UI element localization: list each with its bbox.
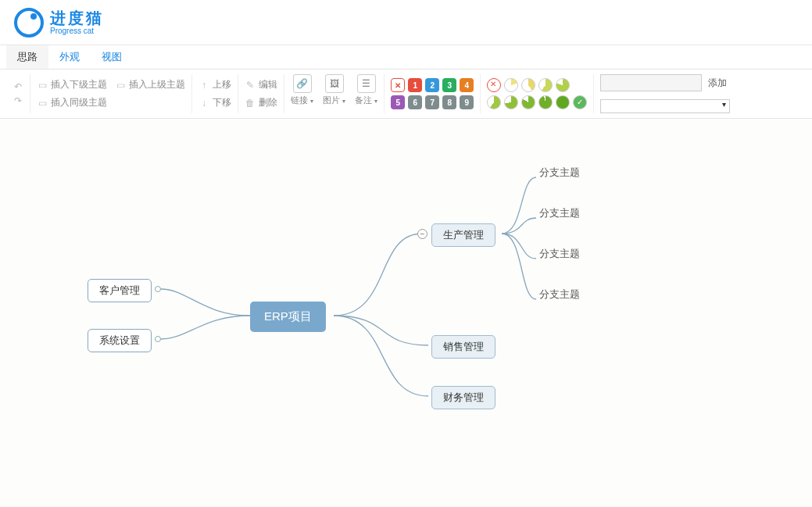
priority-badge-9[interactable]: 9 [460,95,474,109]
resource-input[interactable] [600,74,702,91]
undo-icon: ↶ [13,81,23,92]
collapse-toggle[interactable]: − [417,229,427,239]
progress-row-top [487,78,587,92]
move-down-button[interactable]: ↓下移 [199,96,231,109]
leaf-0[interactable]: 分支主题 [539,166,580,180]
resource-dropdown[interactable] [600,99,730,113]
progress-dot[interactable] [556,78,570,92]
toolbar: ↶ ↷ ▭插入下级主题 ▭插入上级主题 ▭插入同级主题 ↑上移 ↓下移 ✎编辑 … [0,70,812,119]
delete-button[interactable]: 🗑删除 [245,96,277,109]
insert-sibling-button[interactable]: ▭插入同级主题 [37,96,185,109]
progress-dot[interactable] [504,78,518,92]
tab-appearance[interactable]: 外观 [48,45,91,69]
leaf-1[interactable]: 分支主题 [539,206,580,220]
priority-clear[interactable]: ✕ [391,78,405,92]
node-left-1[interactable]: 系统设置 [88,329,152,352]
priority-row-top: ✕1234 [391,78,474,92]
edit-icon: ✎ [245,80,256,91]
app-name-cn: 进度猫 [50,9,104,27]
progress-dot[interactable] [521,95,535,109]
insert-child-button[interactable]: ▭插入下级主题 [37,78,107,91]
edit-button[interactable]: ✎编辑 [245,78,277,91]
image-icon: 🖼 [325,74,344,93]
redo-icon: ↷ [13,95,23,106]
node-right-2[interactable]: 财务管理 [431,386,495,409]
link-icon: 🔗 [293,74,312,93]
tab-view[interactable]: 视图 [91,45,133,69]
progress-dot[interactable] [504,95,518,109]
logo-icon [14,8,44,37]
trash-icon: 🗑 [245,98,256,109]
tab-ideas[interactable]: 思路 [6,45,48,69]
connector-dot [155,286,161,292]
link-button[interactable]: 🔗 链接 ▾ [291,74,313,106]
redo-button[interactable]: ↷ [13,95,23,106]
progress-dot[interactable] [538,78,553,92]
priority-badge-5[interactable]: 5 [391,95,405,109]
undo-button[interactable]: ↶ [13,81,23,92]
edges [0,119,812,507]
progress-clear[interactable] [487,78,501,92]
priority-badge-3[interactable]: 3 [442,78,456,92]
leaf-2[interactable]: 分支主题 [539,247,580,261]
main-tabs: 思路 外观 视图 [0,45,812,70]
app-name-en: Progress cat [50,27,104,35]
leaf-3[interactable]: 分支主题 [539,287,580,302]
move-up-button[interactable]: ↑上移 [199,78,231,91]
priority-badge-8[interactable]: 8 [442,95,456,109]
node-root[interactable]: ERP项目 [250,302,326,332]
progress-dot[interactable] [556,95,570,109]
note-icon: ☰ [357,74,376,93]
priority-row-bottom: 56789 [391,95,474,109]
image-button[interactable]: 🖼 图片 ▾ [323,74,345,106]
progress-row-bottom: ✓ [487,95,587,109]
insert-parent-button[interactable]: ▭插入上级主题 [115,78,185,91]
mindmap-canvas[interactable]: ERP项目 客户管理 系统设置 − 生产管理 销售管理 财务管理 分支主题 分支… [0,119,812,507]
insert-parent-icon: ▭ [115,80,126,91]
node-right-1[interactable]: 销售管理 [431,335,495,359]
insert-child-icon: ▭ [37,80,48,91]
logo: 进度猫 Progress cat [14,8,104,37]
priority-badge-7[interactable]: 7 [425,95,439,109]
priority-badge-1[interactable]: 1 [408,78,422,92]
progress-dot[interactable] [538,95,553,109]
priority-badge-2[interactable]: 2 [425,78,439,92]
node-left-0[interactable]: 客户管理 [88,279,152,302]
progress-done[interactable]: ✓ [573,95,587,109]
arrow-up-icon: ↑ [199,80,209,91]
note-button[interactable]: ☰ 备注 ▾ [355,74,377,106]
priority-badge-4[interactable]: 4 [460,78,474,92]
priority-badge-6[interactable]: 6 [408,95,422,109]
progress-dot[interactable] [487,95,501,109]
app-header: 进度猫 Progress cat [0,0,812,45]
connector-dot [155,336,161,342]
progress-dot[interactable] [521,78,535,92]
node-right-0[interactable]: 生产管理 [431,223,495,247]
arrow-down-icon: ↓ [199,98,209,109]
add-button[interactable]: 添加 [702,74,733,91]
insert-sibling-icon: ▭ [37,98,48,109]
